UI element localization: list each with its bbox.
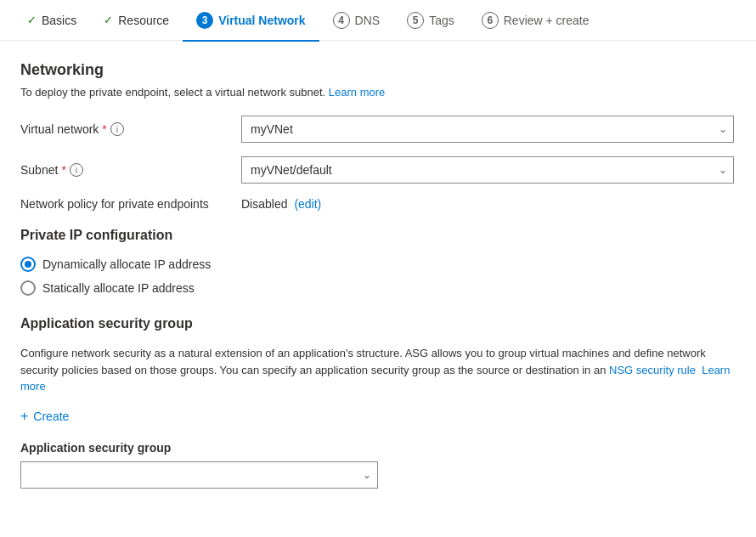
asg-select[interactable] <box>20 461 378 489</box>
private-ip-title: Private IP configuration <box>20 228 736 243</box>
network-policy-label: Network policy for private endpoints <box>20 197 241 211</box>
tab-number-dns: 4 <box>333 12 350 29</box>
tab-dns[interactable]: 4 DNS <box>319 1 394 42</box>
subnet-select-wrapper: myVNet/default ⌄ <box>241 156 734 184</box>
tab-virtual-network-label: Virtual Network <box>218 14 305 27</box>
radio-circle-dynamic <box>20 257 36 272</box>
subnet-select[interactable]: myVNet/default <box>241 156 734 184</box>
tab-number-vnet: 3 <box>196 12 213 29</box>
tab-review-create[interactable]: 6 Review + create <box>468 1 603 42</box>
radio-static-label: Statically allocate IP address <box>42 281 195 295</box>
tab-number-tags: 5 <box>407 12 424 29</box>
subnet-label: Subnet * i <box>20 163 241 177</box>
radio-dynamic-label: Dynamically allocate IP address <box>42 257 211 271</box>
radio-circle-static <box>20 280 36 296</box>
virtual-network-label: Virtual network * i <box>20 122 241 136</box>
asg-description: Configure network security as a natural … <box>20 345 736 395</box>
network-policy-row: Network policy for private endpoints Dis… <box>20 197 736 211</box>
tab-resource-label: Resource <box>118 14 169 27</box>
tab-resource[interactable]: ✓ Resource <box>90 1 183 42</box>
asg-select-wrapper: ⌄ <box>20 461 378 489</box>
learn-more-link-1[interactable]: Learn more <box>329 86 385 99</box>
info-icon-vnet[interactable]: i <box>110 122 124 136</box>
private-ip-section: Private IP configuration Dynamically all… <box>20 228 736 296</box>
network-policy-value: Disabled (edit) <box>241 197 321 211</box>
plus-icon: + <box>20 409 28 424</box>
subnet-row: Subnet * i myVNet/default ⌄ <box>20 156 736 184</box>
asg-field-label: Application security group <box>20 441 736 455</box>
tab-tags-label: Tags <box>429 14 454 27</box>
tab-basics[interactable]: ✓ Basics <box>14 1 90 42</box>
virtual-network-select-wrapper: myVNet ⌄ <box>241 116 734 143</box>
asg-title: Application security group <box>20 316 736 331</box>
check-icon-basics: ✓ <box>27 14 37 26</box>
create-label: Create <box>33 410 69 423</box>
nsg-link[interactable]: NSG security rule <box>609 364 696 376</box>
network-policy-edit-link[interactable]: (edit) <box>294 197 321 211</box>
section-description: To deploy the private endpoint, select a… <box>20 86 736 99</box>
radio-dynamic[interactable]: Dynamically allocate IP address <box>20 257 736 272</box>
main-content: Networking To deploy the private endpoin… <box>0 41 756 509</box>
required-star-vnet: * <box>102 122 106 136</box>
asg-section: Application security group Configure net… <box>20 316 736 489</box>
virtual-network-select[interactable]: myVNet <box>241 116 734 143</box>
tab-review-create-label: Review + create <box>504 14 590 27</box>
tab-dns-label: DNS <box>355 14 381 27</box>
virtual-network-control: myVNet ⌄ <box>241 116 734 143</box>
check-icon-resource: ✓ <box>104 14 113 26</box>
tab-virtual-network[interactable]: 3 Virtual Network <box>183 1 319 42</box>
tab-tags[interactable]: 5 Tags <box>393 1 468 42</box>
radio-dot-dynamic <box>25 261 31 268</box>
create-button[interactable]: + Create <box>20 409 69 424</box>
tab-number-review: 6 <box>482 12 499 29</box>
tab-basics-label: Basics <box>42 14 76 27</box>
section-title: Networking <box>20 61 736 79</box>
virtual-network-row: Virtual network * i myVNet ⌄ <box>20 116 736 143</box>
subnet-control: myVNet/default ⌄ <box>241 156 734 184</box>
radio-static[interactable]: Statically allocate IP address <box>20 280 736 296</box>
required-star-subnet: * <box>61 163 65 177</box>
radio-group-ip: Dynamically allocate IP address Statical… <box>20 257 736 296</box>
info-icon-subnet[interactable]: i <box>70 163 83 177</box>
tab-bar: ✓ Basics ✓ Resource 3 Virtual Network 4 … <box>0 0 756 41</box>
